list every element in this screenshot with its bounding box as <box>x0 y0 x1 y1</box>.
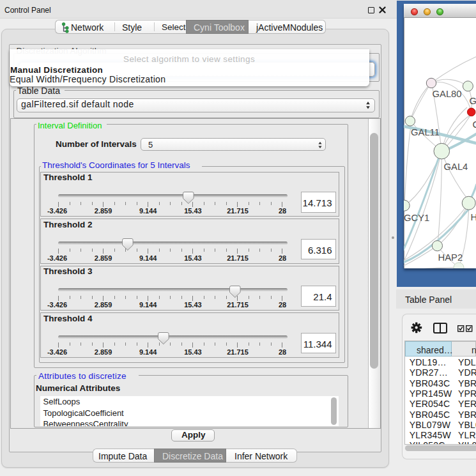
svg-text:GCY1: GCY1 <box>404 213 429 223</box>
svg-text:GA: GA <box>470 96 476 106</box>
svg-text:GAL4: GAL4 <box>444 162 468 172</box>
svg-text:C: C <box>473 119 476 130</box>
svg-text:GAL80: GAL80 <box>433 89 462 99</box>
svg-text:H: H <box>471 212 476 222</box>
svg-text:HAP2: HAP2 <box>438 252 463 263</box>
svg-text:GAL11: GAL11 <box>411 127 440 137</box>
